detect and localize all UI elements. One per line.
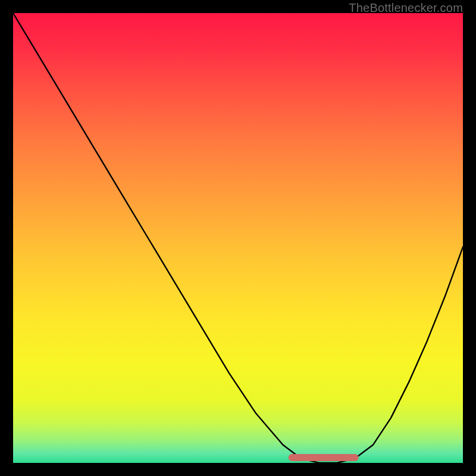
gradient-background — [13, 13, 463, 463]
chart-frame: TheBottlenecker.com — [0, 0, 476, 476]
chart-svg — [13, 13, 463, 463]
watermark-text: TheBottlenecker.com — [349, 1, 463, 15]
